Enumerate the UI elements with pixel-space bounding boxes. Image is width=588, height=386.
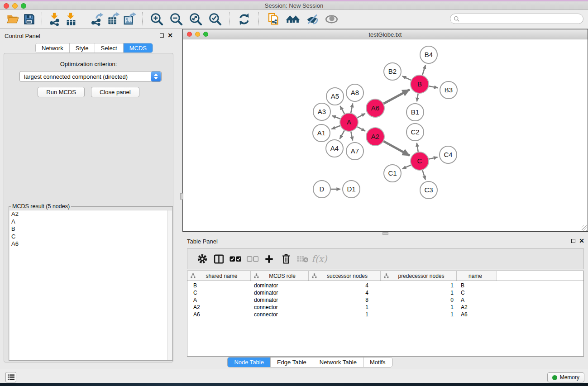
window-resize-grip[interactable] <box>582 225 587 231</box>
network-node[interactable]: C2 <box>406 124 424 141</box>
task-history-button[interactable] <box>5 372 16 382</box>
table-cell[interactable]: 4 <box>309 289 381 296</box>
tab-mcds[interactable]: MCDS <box>124 43 153 52</box>
network-edge[interactable] <box>340 106 344 114</box>
tab-select[interactable]: Select <box>95 43 124 52</box>
tab-motifs[interactable]: Motifs <box>363 357 392 367</box>
table-cell[interactable]: dominator <box>251 289 309 296</box>
table-settings-gear-icon[interactable] <box>194 251 210 267</box>
network-edge[interactable] <box>331 126 340 129</box>
zoom-selected-icon[interactable] <box>206 11 225 27</box>
table-cell[interactable]: 4 <box>309 282 381 289</box>
tab-network-table[interactable]: Network Table <box>313 357 363 367</box>
network-node[interactable]: A1 <box>313 124 330 142</box>
result-scrollbar[interactable] <box>167 210 172 360</box>
network-edge[interactable] <box>332 116 340 119</box>
column-header[interactable]: shared name <box>187 271 251 281</box>
open-session-icon[interactable] <box>5 11 21 27</box>
network-node[interactable]: C <box>411 152 429 170</box>
table-cell[interactable]: C <box>187 289 251 296</box>
network-edge[interactable] <box>383 141 410 156</box>
close-panel-button[interactable]: Close panel <box>91 87 139 97</box>
zoom-fit-icon[interactable] <box>186 11 206 27</box>
network-titlebar[interactable]: testGlobe.txt <box>183 29 588 39</box>
network-node[interactable]: B1 <box>406 104 424 121</box>
network-node[interactable]: A2 <box>366 128 384 146</box>
network-edge[interactable] <box>422 170 425 180</box>
network-edge[interactable] <box>402 76 411 80</box>
column-header[interactable]: MCDS role <box>251 271 309 281</box>
refresh-layout-icon[interactable] <box>234 11 254 27</box>
table-cell[interactable]: 1 <box>381 289 457 296</box>
search-field[interactable] <box>450 14 583 24</box>
run-mcds-button[interactable]: Run MCDS <box>38 87 85 97</box>
table-cell[interactable]: 8 <box>309 296 381 304</box>
select-all-icon[interactable] <box>227 251 244 267</box>
network-node[interactable]: A6 <box>366 99 384 117</box>
network-edge[interactable] <box>417 143 418 152</box>
zoom-out-icon[interactable] <box>167 11 186 27</box>
create-column-icon[interactable] <box>261 251 277 267</box>
mcds-result-item[interactable]: C <box>10 233 172 241</box>
delete-columns-icon[interactable] <box>277 251 294 267</box>
network-node[interactable]: A4 <box>326 140 343 157</box>
network-node[interactable]: C1 <box>384 165 401 182</box>
table-cell[interactable]: connector <box>251 304 309 311</box>
mcds-result-item[interactable]: B <box>10 225 172 233</box>
tab-node-table[interactable]: Node Table <box>228 357 271 367</box>
network-edge[interactable] <box>422 65 425 75</box>
mcds-result-item[interactable]: A2 <box>10 210 172 218</box>
deselect-all-icon[interactable] <box>244 251 261 267</box>
save-session-icon[interactable] <box>21 11 37 27</box>
network-snapshot-icon[interactable] <box>263 11 283 27</box>
table-row[interactable]: Bdominator41B <box>187 282 583 289</box>
column-header[interactable]: successor nodes <box>309 271 381 281</box>
export-image-icon[interactable] <box>121 11 138 27</box>
mcds-result-list[interactable]: A2ABCA6 <box>10 210 172 360</box>
network-edge[interactable] <box>357 127 365 131</box>
float-table-panel-icon[interactable] <box>571 239 575 243</box>
export-network-icon[interactable] <box>89 11 105 27</box>
show-panel-icon[interactable] <box>322 11 341 27</box>
table-cell[interactable]: A2 <box>457 304 497 311</box>
network-node[interactable]: B2 <box>384 63 401 80</box>
table-row[interactable]: A6connector11A6 <box>187 311 583 318</box>
mcds-result-item[interactable]: A <box>10 218 172 226</box>
mcds-result-item[interactable]: A6 <box>10 240 172 248</box>
network-node[interactable]: A <box>340 113 358 131</box>
table-cell[interactable]: 0 <box>381 296 457 304</box>
criterion-select[interactable]: largest connected component (directed) <box>19 71 162 82</box>
network-edge[interactable] <box>351 104 353 113</box>
network-node[interactable]: B <box>411 75 429 93</box>
network-canvas[interactable]: B4B2BB3A5A8A6B1A3AC2A1A2A4A7C4CC1DD1C3 <box>183 40 588 231</box>
table-row[interactable]: Adominator80A <box>187 296 583 304</box>
close-panel-icon[interactable]: ✕ <box>167 33 173 38</box>
network-node[interactable]: A3 <box>313 103 330 120</box>
home-icon[interactable] <box>283 11 302 27</box>
vertical-splitter-handle[interactable] <box>180 193 183 200</box>
search-input[interactable] <box>462 15 583 23</box>
tab-style[interactable]: Style <box>70 43 95 52</box>
network-edge[interactable] <box>402 165 411 169</box>
network-node[interactable]: B3 <box>440 81 457 99</box>
export-table-icon[interactable] <box>105 11 121 27</box>
network-node[interactable]: D <box>313 181 330 198</box>
network-node[interactable]: A7 <box>346 143 363 160</box>
column-header[interactable]: name <box>457 271 497 281</box>
horizontal-splitter-handle[interactable] <box>382 232 388 235</box>
close-table-panel-icon[interactable]: ✕ <box>579 238 584 243</box>
table-cell[interactable]: 1 <box>381 304 457 311</box>
table-cell[interactable]: dominator <box>251 282 309 289</box>
memory-button[interactable]: Memory <box>547 372 584 382</box>
table-cell[interactable]: B <box>457 282 497 289</box>
float-panel-icon[interactable] <box>160 33 164 38</box>
table-cell[interactable]: A2 <box>187 304 251 311</box>
table-cell[interactable]: dominator <box>251 296 309 304</box>
show-columns-icon[interactable] <box>210 251 227 267</box>
tab-network[interactable]: Network <box>36 43 70 52</box>
hide-panels-icon[interactable] <box>302 11 322 27</box>
import-network-icon[interactable] <box>47 11 63 27</box>
table-cell[interactable]: 1 <box>309 311 381 318</box>
import-table-icon[interactable] <box>63 11 79 27</box>
network-node[interactable]: C3 <box>420 181 437 199</box>
